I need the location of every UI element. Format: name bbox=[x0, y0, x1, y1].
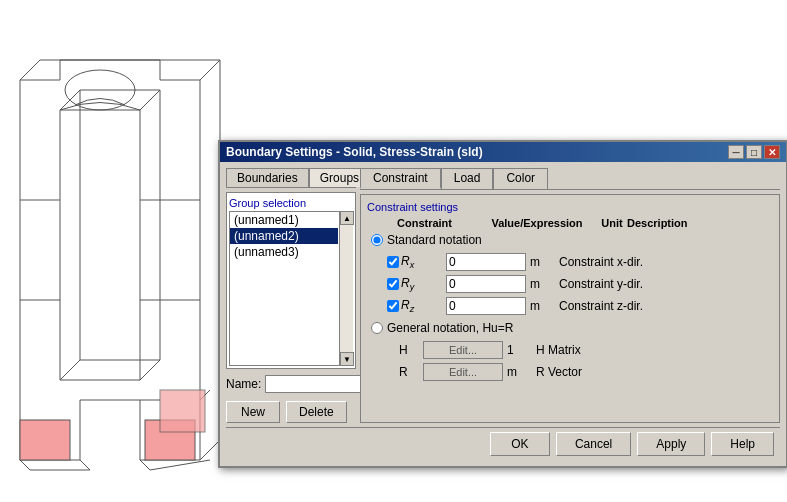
general-notation-radio[interactable] bbox=[371, 322, 383, 334]
dialog-title: Boundary Settings - Solid, Stress-Strain… bbox=[226, 145, 483, 159]
col-header-value: Value/Expression bbox=[477, 217, 597, 229]
r-row: R Edit... m R Vector bbox=[371, 363, 773, 381]
dialog-body: Boundaries Groups Group selection (unnam… bbox=[220, 162, 786, 466]
left-panel: Boundaries Groups Group selection (unnam… bbox=[226, 168, 356, 423]
close-button[interactable]: ✕ bbox=[764, 145, 780, 159]
tab-load[interactable]: Load bbox=[441, 168, 494, 189]
panels-container: Boundaries Groups Group selection (unnam… bbox=[226, 168, 780, 423]
group-selection-box: Group selection (unnamed1) (unnamed2) (u… bbox=[226, 192, 356, 369]
title-bar-buttons: ─ □ ✕ bbox=[728, 145, 780, 159]
rx-checkbox[interactable] bbox=[387, 256, 399, 268]
standard-notation-label: Standard notation bbox=[387, 233, 482, 247]
r-unit: m bbox=[507, 365, 532, 379]
delete-button[interactable]: Delete bbox=[286, 401, 347, 423]
ry-unit: m bbox=[530, 277, 555, 291]
r-var: R bbox=[399, 365, 419, 379]
rx-input[interactable] bbox=[446, 253, 526, 271]
tab-color[interactable]: Color bbox=[493, 168, 548, 189]
rx-var: Rx bbox=[401, 254, 414, 270]
svg-rect-6 bbox=[20, 420, 70, 460]
general-notation-row: General notation, Hu=R bbox=[371, 321, 773, 335]
list-item[interactable]: (unnamed1) bbox=[230, 212, 338, 228]
h-desc: H Matrix bbox=[536, 343, 581, 357]
column-headers: Constraint Value/Expression Unit Descrip… bbox=[367, 217, 773, 229]
list-container: (unnamed1) (unnamed2) (unnamed3) ▲ ▼ bbox=[229, 211, 353, 366]
scroll-down-button[interactable]: ▼ bbox=[340, 352, 354, 366]
cancel-button[interactable]: Cancel bbox=[556, 432, 631, 456]
boundary-settings-dialog: Boundary Settings - Solid, Stress-Strain… bbox=[218, 140, 787, 468]
rz-checkbox-cell: Rz bbox=[387, 298, 442, 314]
action-buttons: New Delete bbox=[226, 401, 356, 423]
rz-unit: m bbox=[530, 299, 555, 313]
constraint-box: Constraint settings Constraint Value/Exp… bbox=[360, 194, 780, 423]
r-desc: R Vector bbox=[536, 365, 582, 379]
help-button[interactable]: Help bbox=[711, 432, 774, 456]
constraint-settings-label: Constraint settings bbox=[367, 201, 773, 213]
h-unit: 1 bbox=[507, 343, 532, 357]
h-var: H bbox=[399, 343, 419, 357]
ry-row: Ry m Constraint y-dir. bbox=[387, 275, 773, 293]
col-header-constraint: Constraint bbox=[397, 217, 477, 229]
scroll-up-button[interactable]: ▲ bbox=[340, 211, 354, 225]
scroll-track bbox=[340, 225, 353, 352]
col-header-unit: Unit bbox=[597, 217, 627, 229]
ry-desc: Constraint y-dir. bbox=[559, 277, 643, 291]
col-header-desc: Description bbox=[627, 217, 737, 229]
ry-checkbox[interactable] bbox=[387, 278, 399, 290]
apply-button[interactable]: Apply bbox=[637, 432, 705, 456]
r-edit-button[interactable]: Edit... bbox=[423, 363, 503, 381]
minimize-button[interactable]: ─ bbox=[728, 145, 744, 159]
general-notation-label: General notation, Hu=R bbox=[387, 321, 513, 335]
list-item[interactable]: (unnamed3) bbox=[230, 244, 338, 260]
title-bar: Boundary Settings - Solid, Stress-Strain… bbox=[220, 142, 786, 162]
name-label: Name: bbox=[226, 377, 261, 391]
rz-row: Rz m Constraint z-dir. bbox=[387, 297, 773, 315]
right-panel: Constraint Load Color Constraint setting… bbox=[360, 168, 780, 423]
ry-checkbox-cell: Ry bbox=[387, 276, 442, 292]
ry-input[interactable] bbox=[446, 275, 526, 293]
list-item[interactable]: (unnamed2) bbox=[230, 228, 338, 244]
rz-desc: Constraint z-dir. bbox=[559, 299, 643, 313]
bottom-buttons: OK Cancel Apply Help bbox=[226, 427, 780, 460]
rx-desc: Constraint x-dir. bbox=[559, 255, 643, 269]
rz-var: Rz bbox=[401, 298, 414, 314]
h-edit-button[interactable]: Edit... bbox=[423, 341, 503, 359]
rx-checkbox-cell: Rx bbox=[387, 254, 442, 270]
name-row: Name: bbox=[226, 375, 356, 393]
svg-rect-24 bbox=[160, 390, 205, 432]
ok-button[interactable]: OK bbox=[490, 432, 550, 456]
list-scrollbar[interactable]: ▲ ▼ bbox=[339, 211, 353, 366]
tab-boundaries[interactable]: Boundaries bbox=[226, 168, 309, 187]
ry-var: Ry bbox=[401, 276, 414, 292]
group-list[interactable]: (unnamed1) (unnamed2) (unnamed3) bbox=[229, 211, 353, 366]
new-button[interactable]: New bbox=[226, 401, 280, 423]
standard-notation-row: Standard notation bbox=[371, 233, 773, 247]
h-row: H Edit... 1 H Matrix bbox=[371, 341, 773, 359]
maximize-button[interactable]: □ bbox=[746, 145, 762, 159]
standard-notation-radio[interactable] bbox=[371, 234, 383, 246]
group-selection-label: Group selection bbox=[229, 195, 353, 211]
tab-constraint[interactable]: Constraint bbox=[360, 168, 441, 189]
rz-input[interactable] bbox=[446, 297, 526, 315]
rz-checkbox[interactable] bbox=[387, 300, 399, 312]
right-panel-tabs: Constraint Load Color bbox=[360, 168, 780, 190]
rx-unit: m bbox=[530, 255, 555, 269]
rx-row: Rx m Constraint x-dir. bbox=[387, 253, 773, 271]
left-panel-tabs: Boundaries Groups bbox=[226, 168, 356, 188]
